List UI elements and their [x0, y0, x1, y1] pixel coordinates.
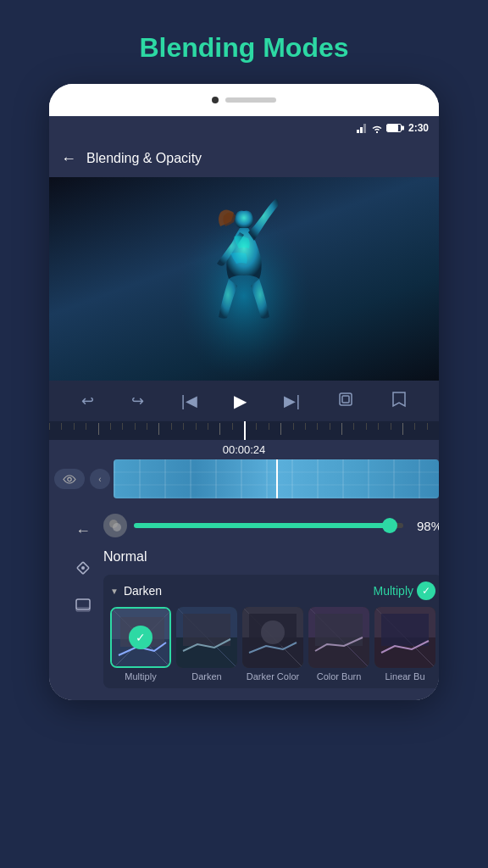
- blend-item-darken[interactable]: Darken: [176, 607, 237, 682]
- wifi-icon: [371, 124, 383, 133]
- status-time: 2:30: [408, 122, 429, 134]
- bottom-panel: ←: [49, 502, 439, 700]
- opacity-slider-thumb: [382, 518, 397, 533]
- battery-tip: [402, 126, 404, 131]
- skip-end-button[interactable]: ▶|: [280, 388, 303, 414]
- top-nav: ← Blending & Opacity: [49, 140, 439, 177]
- blend-thumb-darken: [176, 607, 237, 668]
- app-container: 2:30 ← Blending & Opacity: [49, 116, 439, 700]
- battery-icon: [386, 124, 402, 132]
- svg-rect-18: [183, 614, 230, 646]
- multiply-active-text: Multiply: [374, 584, 413, 598]
- darker-color-label: Darker Color: [247, 671, 299, 682]
- phone-speaker: [225, 97, 276, 103]
- opacity-slider[interactable]: [134, 523, 403, 528]
- blend-thumb-linear-burn: [374, 607, 435, 668]
- blend-mode-current: Normal: [103, 544, 439, 570]
- status-bar: 2:30: [49, 116, 439, 140]
- blend-item-multiply[interactable]: ✓ Multiply: [110, 607, 171, 682]
- dancer-svg: [159, 194, 329, 381]
- blend-section-name: ▼ Darken: [110, 584, 162, 598]
- thumbnail-track: [114, 459, 439, 498]
- skip-start-button[interactable]: |◀: [178, 388, 201, 414]
- scrubber-playhead: [244, 421, 246, 440]
- blend-item-darker-color[interactable]: Darker Color: [242, 607, 303, 682]
- opacity-slider-track: [134, 523, 403, 528]
- blend-active-label: Multiply ✓: [374, 581, 435, 600]
- svg-point-6: [68, 477, 71, 481]
- track-eye-button[interactable]: [54, 469, 85, 489]
- color-burn-label: Color Burn: [317, 671, 362, 682]
- battery-fill: [387, 125, 398, 131]
- triangle-icon: ▼: [110, 587, 119, 596]
- blend-section-header: ▼ Darken Multiply ✓: [110, 581, 435, 600]
- bookmark-button[interactable]: [388, 387, 410, 415]
- multiply-label: Multiply: [125, 671, 156, 682]
- darken-item-label: Darken: [191, 671, 221, 682]
- timeline-scrubber[interactable]: [49, 421, 439, 440]
- page-title: Blending Modes: [0, 32, 488, 64]
- svg-point-22: [261, 620, 285, 644]
- forward-button[interactable]: ↪: [128, 388, 147, 414]
- opacity-row: 98%: [103, 514, 439, 537]
- status-icons: 2:30: [357, 122, 429, 134]
- blend-check-multiply: ✓: [129, 626, 152, 649]
- blend-item-linear-burn[interactable]: Linear Bu: [374, 607, 435, 682]
- darken-label: Darken: [124, 584, 162, 598]
- controls-bar: ↩ ↪ |◀ ▶ ▶|: [49, 381, 439, 421]
- linear-burn-label: Linear Bu: [385, 671, 424, 682]
- timestamp: 00:00:24: [49, 440, 439, 459]
- collapse-track-button[interactable]: ‹: [90, 469, 110, 489]
- blend-thumb-darker-color: [242, 607, 303, 668]
- right-content: 98% Normal ▼ Darken Multi: [98, 514, 439, 688]
- diamond-icon-button[interactable]: [69, 554, 97, 581]
- svg-marker-2: [363, 124, 366, 133]
- svg-rect-4: [340, 393, 352, 405]
- nav-title: Blending & Opacity: [86, 151, 202, 166]
- back-arrow[interactable]: ←: [61, 150, 76, 168]
- back-icon-button[interactable]: ←: [69, 517, 97, 544]
- blend-items-row: ✓ Multiply: [110, 607, 435, 682]
- svg-marker-0: [357, 130, 359, 133]
- svg-point-12: [113, 523, 121, 531]
- rewind-button[interactable]: ↩: [78, 388, 97, 414]
- layer-blend-icon: [103, 514, 127, 537]
- play-button[interactable]: ▶: [230, 387, 250, 415]
- layers-icon-button[interactable]: [69, 592, 97, 619]
- phone-frame: 2:30 ← Blending & Opacity: [49, 84, 439, 700]
- camera-dot: [212, 97, 219, 103]
- video-preview: [49, 177, 439, 381]
- phone-top-bar: [49, 84, 439, 116]
- blend-thumb-color-burn: [308, 607, 369, 668]
- active-check-circle: ✓: [417, 581, 435, 600]
- svg-rect-5: [342, 396, 349, 403]
- main-content-row: ←: [59, 509, 429, 693]
- svg-marker-1: [360, 127, 363, 133]
- blend-item-color-burn[interactable]: Color Burn: [308, 607, 369, 682]
- svg-rect-28: [381, 614, 429, 646]
- svg-point-8: [81, 566, 85, 570]
- blend-thumb-multiply: ✓: [110, 607, 171, 668]
- signal-icon: [357, 124, 368, 133]
- crop-button[interactable]: [334, 387, 358, 415]
- opacity-value: 98%: [410, 519, 439, 533]
- blend-section: ▼ Darken Multiply ✓: [103, 575, 439, 688]
- track-playhead: [276, 459, 278, 498]
- side-panel: ←: [68, 514, 98, 688]
